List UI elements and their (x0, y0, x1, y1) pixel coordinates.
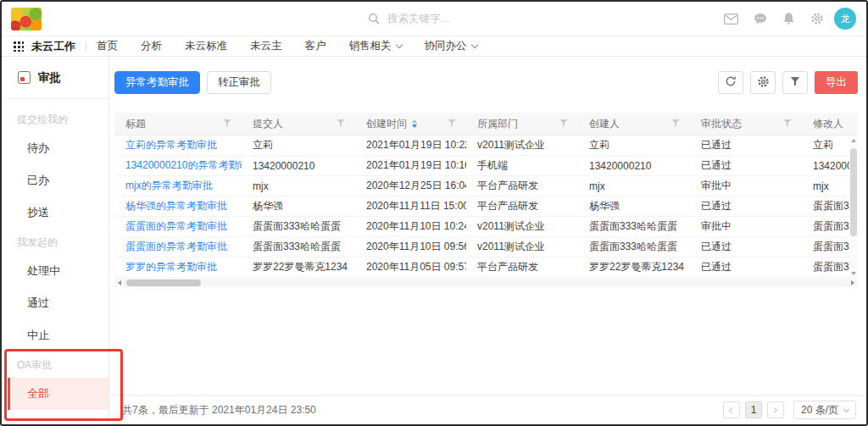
table-row[interactable]: 蛋蛋面的异常考勤审批蛋蛋面333哈哈蛋蛋2020年11月10日 09:56v20… (114, 237, 858, 257)
filter-icon[interactable] (559, 118, 568, 130)
topbar-icons (724, 12, 824, 25)
column-header[interactable]: 所属部门 (466, 117, 578, 131)
scroll-up-icon[interactable] (851, 139, 856, 142)
tab-2[interactable]: 转正审批 (207, 71, 271, 94)
column-header[interactable]: 审批状态 (690, 117, 802, 131)
cell-status: 已通过 (690, 138, 802, 152)
pagination-page-1[interactable]: 1 (745, 401, 762, 418)
column-label: 审批状态 (701, 117, 742, 131)
export-button[interactable]: 导出 (815, 71, 858, 94)
sidebar-item[interactable]: 中止 (2, 319, 108, 351)
table-row[interactable]: 蛋蛋面的异常考勤审批蛋蛋面333哈哈蛋蛋2020年11月10日 10:24v20… (114, 217, 858, 237)
cell-creator: 蛋蛋面333哈哈蛋蛋 (578, 219, 690, 234)
table: 标题提交人创建时间所属部门创建人审批状态修改人 立莉的异常考勤审批立莉2021年… (114, 113, 858, 287)
filter-icon[interactable] (337, 118, 345, 130)
cell-department: 平台产品研发 (466, 199, 578, 213)
cell-title[interactable]: 立莉的异常考勤审批 (114, 138, 242, 152)
cell-title[interactable]: 罗罗的异常考勤审批 (114, 260, 242, 274)
vertical-scrollbar[interactable] (849, 136, 858, 278)
cell-title[interactable]: 蛋蛋面的异常考勤审批 (114, 240, 242, 254)
nav-item-label: 客户 (305, 39, 326, 53)
filter-button[interactable] (782, 71, 808, 94)
horizontal-scroll-thumb[interactable] (126, 279, 201, 286)
column-header-content: 审批状态 (701, 117, 742, 131)
sidebar-section: OA审批全部 (2, 351, 108, 410)
chat-icon[interactable] (754, 13, 767, 25)
search-icon (368, 13, 380, 25)
table-row[interactable]: 杨华强的异常考勤审批杨华强2020年11月11日 15:00平台产品研发杨华强已… (114, 196, 858, 217)
column-header[interactable]: 提交人 (242, 117, 355, 131)
chevron-down-icon (470, 41, 477, 48)
app-window: 龙 未云工作 首页分析未云标准未云主客户销售相关协同办公 审批 提交给我的待办已… (0, 0, 868, 426)
settings-button[interactable] (750, 71, 776, 94)
app-launcher-icon[interactable] (13, 41, 24, 52)
page-size-select[interactable]: 20 条/页 (793, 401, 856, 419)
nav-item-6[interactable]: 销售相关 (349, 39, 402, 53)
sidebar-item[interactable]: 全部 (8, 378, 108, 410)
column-header[interactable]: 标题 (114, 117, 242, 131)
navbar: 未云工作 首页分析未云标准未云主客户销售相关协同办公 (2, 36, 866, 57)
avatar[interactable]: 龙 (834, 8, 856, 30)
tab-1[interactable]: 异常考勤审批 (114, 71, 200, 94)
nav-item-label: 分析 (141, 39, 162, 53)
nav-item-5[interactable]: 客户 (305, 39, 326, 53)
column-header-content: 所属部门 (477, 117, 518, 131)
sidebar-item[interactable]: 通过 (2, 287, 108, 319)
scroll-right-icon[interactable] (851, 280, 854, 285)
nav-item-1[interactable]: 首页 (97, 39, 118, 53)
horizontal-scrollbar[interactable] (114, 279, 858, 287)
table-row[interactable]: 13420000210的异常考勤审批134200002102021年01月19日… (114, 156, 858, 176)
sidebar-item[interactable]: 处理中 (2, 255, 108, 287)
cell-submitter: 罗罗22罗曼蒂克1234 (242, 260, 355, 274)
cell-creator: mjx (578, 180, 690, 192)
nav-item-7[interactable]: 协同办公 (425, 39, 477, 53)
nav-item-4[interactable]: 未云主 (250, 39, 282, 53)
gear-icon[interactable] (810, 12, 824, 25)
nav-item-label: 未云主 (250, 39, 282, 53)
nav-items: 首页分析未云标准未云主客户销售相关协同办公 (97, 39, 477, 53)
vertical-scroll-thumb[interactable] (850, 148, 857, 236)
mail-icon[interactable] (724, 14, 738, 25)
nav-item-3[interactable]: 未云标准 (185, 39, 227, 53)
table-row[interactable]: mjx的异常考勤审批mjx2020年12月25日 16:04平台产品研发mjx审… (114, 176, 858, 196)
cell-department: 平台产品研发 (466, 260, 578, 274)
pagination-prev-button[interactable] (723, 401, 740, 418)
chevron-right-icon (771, 407, 777, 412)
filter-icon[interactable] (671, 118, 680, 130)
table-row[interactable]: 立莉的异常考勤审批立莉2021年01月19日 10:22v2011测试企业立莉已… (114, 136, 858, 156)
toolbar-actions: 导出 (718, 71, 858, 94)
nav-item-label: 协同办公 (425, 39, 467, 53)
column-header[interactable]: 修改人 (802, 117, 858, 131)
cell-title[interactable]: 杨华强的异常考勤审批 (114, 199, 242, 213)
filter-icon[interactable] (783, 118, 792, 130)
body: 审批 提交给我的待办已办抄送我发起的处理中通过中止OA审批全部 异常考勤审批转正… (2, 57, 866, 424)
filter-icon[interactable] (223, 118, 231, 130)
table-row[interactable]: 罗罗的异常考勤审批罗罗22罗曼蒂克12342020年11月05日 09:57平台… (114, 257, 858, 278)
sidebar-item[interactable]: 已办 (2, 164, 108, 196)
column-label: 创建人 (589, 117, 620, 131)
scroll-left-icon[interactable] (118, 280, 121, 285)
pagination-next-button[interactable] (767, 401, 784, 418)
app-logo[interactable] (11, 8, 42, 30)
scroll-down-icon[interactable] (851, 272, 856, 275)
cell-submitter: 13420000210 (242, 160, 355, 172)
sidebar-item[interactable]: 待办 (2, 132, 108, 164)
search-box (368, 2, 515, 36)
filter-icon[interactable] (448, 118, 456, 130)
search-input[interactable] (387, 13, 515, 25)
column-header[interactable]: 创建时间 (355, 117, 466, 131)
nav-item-2[interactable]: 分析 (141, 39, 162, 53)
cell-title[interactable]: 蛋蛋面的异常考勤审批 (114, 219, 242, 234)
sort-icon[interactable] (412, 119, 417, 128)
sidebar-item[interactable]: 抄送 (2, 196, 108, 229)
bell-icon[interactable] (782, 12, 795, 25)
workspace-label[interactable]: 未云工作 (31, 39, 75, 54)
main: 异常考勤审批转正审批 导出 标题提交人创建时间所属部门创建人审批状态修改人 立莉… (109, 57, 866, 424)
column-header-content: 创建时间 (366, 117, 417, 131)
refresh-button[interactable] (718, 71, 743, 94)
cell-title[interactable]: mjx的异常考勤审批 (114, 179, 242, 193)
column-header[interactable]: 创建人 (578, 117, 690, 131)
sidebar-title: 审批 (38, 70, 61, 86)
cell-title[interactable]: 13420000210的异常考勤审批 (114, 158, 242, 173)
chevron-down-icon (843, 406, 849, 412)
